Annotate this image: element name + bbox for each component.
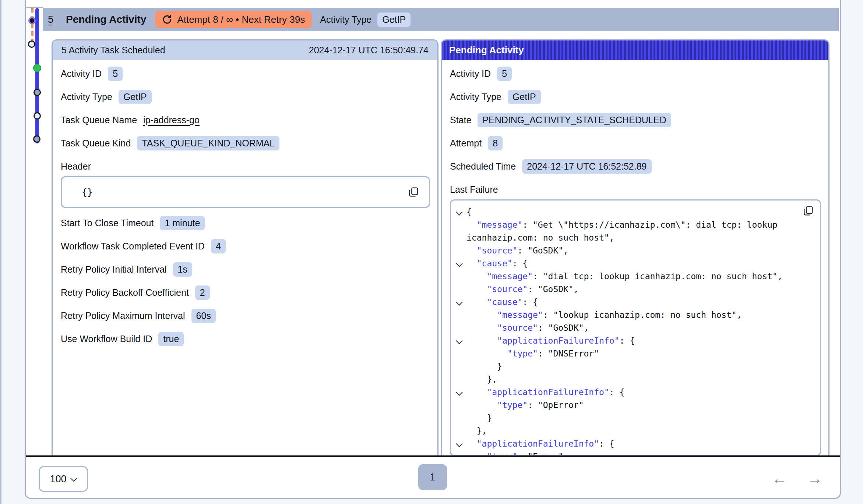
field-label: Activity ID (450, 68, 491, 79)
field-row: Retry Policy Backoff Coefficient2 (61, 285, 430, 299)
field-row: Activity ID5 (61, 67, 430, 81)
field-label: Workflow Task Completed Event ID (61, 241, 205, 252)
json-text: : "GoSDK", (538, 323, 589, 333)
field-row: Use Workflow Build IDtrue (61, 332, 430, 346)
field-value: GetIP (508, 90, 541, 104)
field-value: 1 minute (160, 216, 205, 230)
event-detail-panel: 5 Activity Task Scheduled 2024-12-17 UTC… (52, 39, 438, 456)
last-failure-code-block[interactable]: { "message": "Get \"https://icanhazip.co… (450, 199, 821, 456)
json-text: } (466, 362, 502, 371)
timeline-retry-dashed-line (31, 8, 34, 45)
event-detail-header: 5 Activity Task Scheduled 2024-12-17 UTC… (53, 40, 437, 60)
json-text: }, (466, 375, 497, 384)
collapse-chevron-icon[interactable] (456, 260, 462, 267)
timeline-dot[interactable] (28, 17, 36, 24)
json-text: : "GoSDK", (528, 284, 578, 294)
next-page-arrow[interactable]: → (807, 471, 823, 486)
field-label: Task Queue Name (61, 115, 137, 125)
field-value: 4 (211, 239, 226, 253)
timeline-dot[interactable] (33, 64, 41, 72)
code-line: } (454, 412, 798, 425)
page-size-select[interactable]: 100 (39, 466, 88, 492)
json-key: "type" (497, 400, 528, 410)
json-key: "applicationFailureInfo" (487, 387, 609, 397)
field-label: Activity Type (61, 92, 112, 102)
event-detail-timestamp: 2024-12-17 UTC 16:50:49.74 (309, 45, 429, 56)
retry-status-badge: Attempt 8 / ∞ • Next Retry 39s (155, 11, 312, 28)
field-label: Retry Policy Initial Interval (61, 264, 167, 275)
json-text: } (466, 413, 492, 423)
field-label: Task Queue Kind (61, 138, 131, 149)
field-value: 60s (191, 309, 216, 323)
field-label: State (450, 115, 471, 125)
json-text (466, 246, 477, 255)
timeline-dot[interactable] (34, 89, 41, 96)
timeline-dot[interactable] (34, 112, 41, 120)
collapse-chevron-icon[interactable] (456, 209, 462, 215)
json-text (466, 259, 477, 268)
code-line: "source": "GoSDK", (454, 283, 798, 296)
copy-button[interactable] (802, 205, 814, 217)
code-line: "applicationFailureInfo": { (454, 386, 798, 399)
event-header-bar[interactable]: 5 Pending Activity Attempt 8 / ∞ • Next … (43, 8, 839, 31)
field-row: Workflow Task Completed Event ID4 (61, 239, 430, 253)
field-value: GetIP (119, 90, 152, 104)
field-value: 2 (195, 285, 210, 300)
collapse-chevron-icon[interactable] (456, 299, 462, 305)
code-line: "cause": { (454, 296, 798, 309)
json-text (466, 310, 497, 320)
code-line: "message": "Get \"https://icanhazip.com\… (454, 219, 798, 244)
json-text: : { (512, 259, 528, 268)
field-row: Activity ID5 (450, 67, 821, 81)
json-text: : { (599, 439, 614, 448)
json-key: "applicationFailureInfo" (497, 336, 619, 345)
field-row: Task Queue Nameip-address-go (61, 113, 430, 127)
field-value-link[interactable]: ip-address-go (143, 115, 200, 125)
json-text: : "dial tcp: lookup icanhazip.com: no su… (533, 271, 783, 281)
json-key: "message" (477, 220, 523, 230)
collapse-chevron-icon[interactable] (456, 440, 462, 447)
header-section-label: Header (61, 159, 430, 173)
field-value: 2024-12-17 UTC 16:52:52.89 (522, 159, 651, 174)
field-row: Scheduled Time2024-12-17 UTC 16:52:52.89 (450, 159, 821, 173)
field-row: Task Queue KindTASK_QUEUE_KIND_NORMAL (61, 136, 430, 150)
footer-divider (26, 455, 840, 457)
field-row: Activity TypeGetIP (450, 90, 821, 104)
timeline-dot[interactable] (33, 135, 40, 143)
json-text (466, 297, 487, 307)
json-text: : { (619, 336, 635, 345)
copy-button[interactable] (408, 186, 419, 198)
last-failure-label: Last Failure (450, 182, 821, 196)
code-line: }, (454, 373, 798, 386)
json-key: "source" (497, 323, 538, 333)
field-value: 5 (497, 67, 512, 81)
field-value: 1s (173, 262, 192, 277)
field-label: Retry Policy Maximum Interval (61, 310, 185, 321)
json-text (466, 439, 477, 448)
json-text (466, 271, 487, 281)
json-text (466, 336, 497, 345)
json-key: "cause" (477, 259, 512, 268)
json-text (466, 387, 487, 397)
collapse-chevron-icon[interactable] (456, 337, 462, 344)
json-text: : { (609, 387, 625, 397)
page-number-button[interactable]: 1 (418, 464, 447, 490)
header-payload-box: {} (61, 176, 430, 208)
json-key: "source" (477, 246, 518, 255)
header-payload-value: {} (82, 187, 93, 198)
code-line: "applicationFailureInfo": { (454, 437, 798, 450)
json-text (466, 284, 487, 294)
activity-type-chip: GetIP (377, 13, 411, 27)
collapse-chevron-icon[interactable] (456, 389, 462, 395)
json-viewer: { "message": "Get \"https://icanhazip.co… (454, 206, 798, 456)
event-detail-body: Activity ID5Activity TypeGetIPTask Queue… (53, 60, 437, 456)
page-size-value: 100 (50, 473, 66, 485)
json-key: "cause" (487, 297, 522, 307)
event-id-link[interactable]: 5 (48, 14, 53, 25)
json-text: : "GoSDK", (517, 246, 568, 255)
timeline-dot[interactable] (28, 40, 35, 48)
field-label: Activity ID (61, 68, 102, 79)
pending-activity-title: Pending Activity (449, 45, 524, 56)
json-text: : "OpError" (528, 400, 584, 410)
previous-page-arrow[interactable]: ← (772, 471, 787, 486)
